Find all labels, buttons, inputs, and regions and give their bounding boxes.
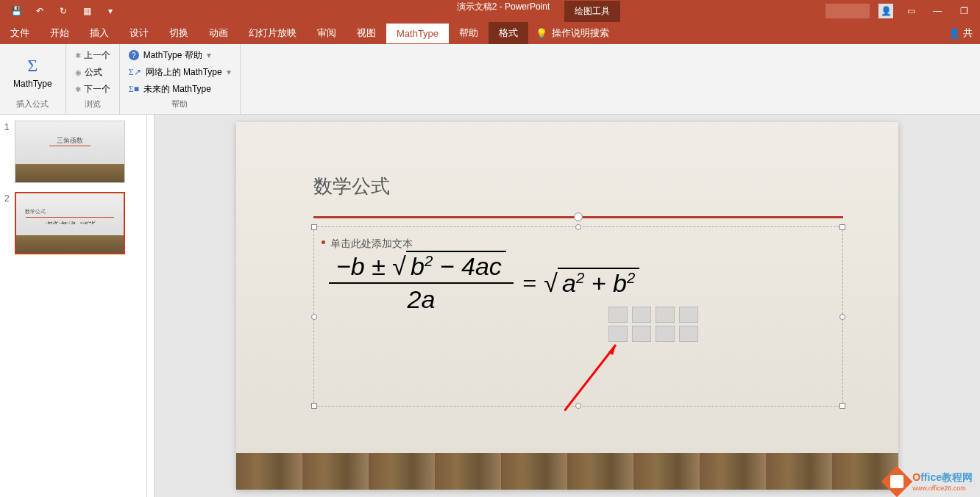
slide-thumbnail-1[interactable]: 1 三角函数 [0, 121, 146, 183]
help-mathtype[interactable]: ?MathType 帮助▾ [127, 48, 232, 63]
menu-home[interactable]: 开始 [40, 22, 79, 44]
rotate-handle[interactable] [574, 212, 583, 221]
ribbon: Σ MathType 插入公式 ✱上一个 ◉公式 ✱下一个 浏览 ?MathTy… [0, 44, 980, 115]
tell-me-search[interactable]: 💡 操作说明搜索 [536, 26, 609, 40]
placeholder-hint: 单击此处添加文本 [330, 237, 413, 251]
question-icon: ? [129, 50, 139, 60]
menu-help[interactable]: 帮助 [449, 22, 489, 44]
save-icon[interactable]: 💾 [7, 2, 25, 20]
thumb-title: 数学公式 [25, 208, 46, 215]
redo-icon[interactable]: ↻ [54, 2, 72, 20]
insert-chart-icon[interactable] [632, 307, 651, 323]
resize-handle-tr[interactable] [839, 224, 845, 230]
resize-handle-ml[interactable] [311, 314, 317, 320]
annotation-arrow [564, 337, 623, 411]
menu-design[interactable]: 设计 [119, 22, 159, 44]
thumb-title: 三角函数 [49, 136, 90, 146]
resize-handle-bl[interactable] [311, 403, 317, 409]
watermark-logo-icon [881, 466, 912, 497]
watermark-title: Office教程网 [912, 471, 973, 485]
insert-table-icon[interactable] [608, 307, 628, 323]
user-name-box[interactable] [825, 4, 870, 18]
contextual-tab-label: 绘图工具 [564, 1, 620, 22]
ribbon-group-help: ?MathType 帮助▾ Σ↗网络上的 MathType▾ Σ■未来的 Mat… [120, 44, 241, 114]
insert-3d-icon[interactable] [679, 307, 698, 323]
ribbon-group-browse-label: 浏览 [74, 97, 112, 111]
browse-prev[interactable]: ✱上一个 [74, 48, 112, 63]
insert-video-icon[interactable] [656, 326, 675, 342]
customize-qat-icon[interactable]: ▾ [102, 2, 119, 20]
thumbnail-panel: 1 三角函数 2 数学公式 −b±√b²−4ac / 2a =√a²+b² [0, 115, 147, 497]
sigma-future-icon: Σ■ [129, 84, 139, 95]
help-future[interactable]: Σ■未来的 MathType [127, 82, 232, 97]
resize-handle-tl[interactable] [311, 224, 317, 230]
slide-number: 2 [4, 192, 15, 254]
menu-view[interactable]: 视图 [347, 22, 386, 44]
menu-mathtype[interactable]: MathType [386, 24, 449, 43]
title-bar: 💾 ↶ ↻ ▦ ▾ 演示文稿2 - PowerPoint 绘图工具 👤 ▭ — … [0, 0, 980, 22]
menu-bar: 文件 开始 插入 设计 切换 动画 幻灯片放映 审阅 视图 MathType 帮… [0, 22, 980, 44]
restore-icon[interactable]: ❐ [955, 2, 973, 20]
sigma-small-icon: Σ↗ [129, 67, 141, 78]
slide-canvas[interactable]: 数学公式 单击此处添加文本 −b ± √b2 − 4ac [155, 115, 980, 497]
slide[interactable]: 数学公式 单击此处添加文本 −b ± √b2 − 4ac [236, 122, 898, 490]
content-placeholder[interactable]: 单击此处添加文本 −b ± √b2 − 4ac 2a = √a2 + b2 [313, 226, 843, 407]
bullet-icon [322, 240, 325, 244]
ribbon-display-icon[interactable]: ▭ [902, 2, 920, 20]
share-label[interactable]: 共 [963, 26, 973, 40]
lightbulb-icon: 💡 [536, 28, 547, 39]
insert-smartart-icon[interactable] [656, 307, 675, 323]
watermark: Office教程网 www.office26.com [886, 471, 973, 493]
sigma-icon: Σ [27, 56, 38, 76]
menu-insert[interactable]: 插入 [79, 22, 119, 44]
ribbon-group-browse: ✱上一个 ◉公式 ✱下一个 浏览 [66, 44, 120, 114]
watermark-url: www.office26.com [912, 485, 973, 492]
mathtype-button[interactable]: Σ MathType [7, 53, 58, 92]
menu-animations[interactable]: 动画 [199, 22, 238, 44]
equation-objects[interactable]: −b ± √b2 − 4ac 2a = √a2 + b2 [329, 251, 639, 315]
content-placeholder-icons [608, 307, 700, 342]
slide-title[interactable]: 数学公式 [313, 174, 390, 199]
mathtype-button-label: MathType [13, 79, 52, 89]
user-avatar-icon[interactable]: 👤 [878, 4, 893, 18]
menu-slideshow[interactable]: 幻灯片放映 [238, 22, 307, 44]
menu-format[interactable]: 格式 [489, 22, 528, 44]
minimize-icon[interactable]: — [928, 2, 946, 20]
resize-handle-mr[interactable] [839, 314, 845, 320]
slide-number: 1 [4, 121, 15, 183]
browse-next[interactable]: ✱下一个 [74, 82, 112, 97]
share-person-icon[interactable]: 👤 [948, 28, 960, 39]
menu-review[interactable]: 审阅 [307, 22, 347, 44]
menu-transitions[interactable]: 切换 [159, 22, 199, 44]
insert-online-picture-icon[interactable] [632, 326, 651, 342]
ribbon-group-help-label: 帮助 [127, 97, 232, 111]
ribbon-group-insert: Σ MathType 插入公式 [0, 44, 66, 114]
insert-icon-icon[interactable] [679, 326, 698, 342]
start-slideshow-icon[interactable]: ▦ [78, 2, 96, 20]
undo-icon[interactable]: ↶ [31, 2, 49, 20]
browse-formula[interactable]: ◉公式 [74, 65, 112, 80]
slide-thumbnail-2[interactable]: 2 数学公式 −b±√b²−4ac / 2a =√a²+b² [0, 192, 146, 254]
resize-handle-tc[interactable] [575, 224, 581, 230]
svg-line-0 [564, 345, 616, 411]
tell-me-label: 操作说明搜索 [552, 26, 609, 40]
resize-handle-br[interactable] [839, 403, 845, 409]
help-online[interactable]: Σ↗网络上的 MathType▾ [127, 65, 232, 80]
document-title: 演示文稿2 - PowerPoint [457, 1, 550, 22]
menu-file[interactable]: 文件 [0, 22, 40, 44]
ribbon-group-insert-label: 插入公式 [7, 97, 58, 111]
